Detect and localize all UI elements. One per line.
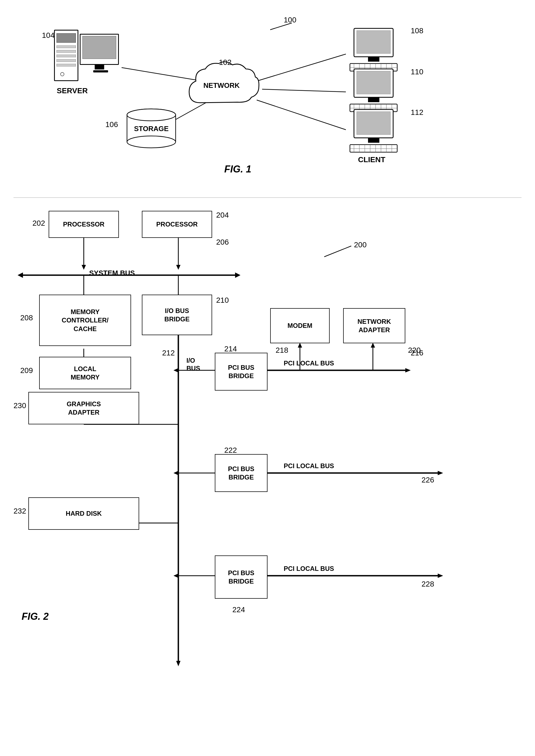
ref-200-label: 200 (354, 241, 367, 249)
ref-110-label: 110 (411, 68, 423, 76)
svg-marker-78 (174, 471, 178, 475)
network-adapter-box: NETWORK ADAPTER (343, 308, 405, 343)
pci-bus-bridge3-box: PCI BUS BRIDGE (215, 555, 268, 599)
svg-marker-60 (235, 273, 240, 278)
svg-marker-71 (405, 368, 411, 372)
ref-206-label: 206 (216, 238, 229, 247)
ref-108-label: 108 (411, 26, 423, 35)
svg-rect-16 (368, 57, 380, 62)
svg-marker-80 (438, 471, 443, 475)
ref-204-label: 204 (216, 211, 229, 219)
svg-marker-83 (174, 573, 178, 578)
ref-104-label: 104 (42, 31, 55, 40)
svg-rect-43 (350, 145, 397, 152)
network-adapter-text: NETWORK ADAPTER (357, 317, 391, 334)
client3-svg (349, 108, 408, 154)
svg-line-4 (257, 100, 346, 130)
divider (14, 197, 521, 198)
svg-rect-41 (357, 112, 390, 134)
ref-232-label: 232 (14, 507, 26, 515)
memory-controller-box: MEMORY CONTROLLER/ CACHE (39, 295, 131, 346)
client3-label: CLIENT (358, 156, 385, 164)
io-bus-label: I/O BUS (186, 357, 200, 372)
ref-209-label: 209 (20, 366, 33, 375)
pci-local-bus3-label: PCI LOCAL BUS (284, 565, 334, 572)
fig2-svg (0, 203, 535, 743)
ref-228-label: 228 (422, 580, 434, 588)
svg-line-53 (324, 246, 351, 257)
fig2-label: FIG. 2 (22, 611, 49, 622)
ref-220-label: 220 (408, 346, 421, 355)
svg-point-12 (127, 109, 176, 121)
processor1-text: PROCESSOR (63, 220, 104, 228)
pci-bus-bridge1-text: PCI BUS BRIDGE (228, 363, 254, 380)
svg-text:STORAGE: STORAGE (134, 125, 169, 133)
svg-point-11 (127, 136, 176, 148)
processor2-text: PROCESSOR (156, 220, 198, 228)
ref-202-label: 202 (32, 219, 45, 228)
graphics-adapter-box: GRAPHICS ADAPTER (28, 392, 139, 424)
ref-102-label: 102 (219, 58, 232, 67)
server-label: SERVER (57, 86, 88, 95)
io-bus-bridge-box: I/O BUS BRIDGE (142, 295, 212, 335)
ref-210-label: 210 (216, 296, 229, 305)
pci-bus-bridge2-text: PCI BUS BRIDGE (228, 465, 254, 481)
memory-controller-text: MEMORY CONTROLLER/ CACHE (62, 307, 108, 333)
modem-box: MODEM (270, 308, 330, 343)
server-group (54, 30, 108, 84)
ref-226-label: 226 (422, 476, 434, 484)
svg-rect-29 (368, 97, 380, 102)
fig1-label: FIG. 1 (224, 163, 251, 175)
pci-local-bus2-label: PCI LOCAL BUS (284, 462, 334, 470)
storage-svg: STORAGE (124, 108, 178, 151)
svg-marker-67 (176, 661, 181, 666)
client2-group (349, 68, 408, 115)
svg-marker-57 (176, 265, 181, 270)
svg-rect-28 (357, 71, 390, 94)
system-bus-label: SYSTEM BUS (89, 269, 135, 277)
storage-group: STORAGE (124, 108, 178, 151)
svg-line-2 (257, 54, 346, 81)
svg-marker-76 (371, 343, 375, 348)
ref-208-label: 208 (20, 313, 33, 322)
pci-bus-bridge1-box: PCI BUS BRIDGE (215, 353, 268, 391)
svg-marker-55 (82, 265, 86, 270)
hard-disk-text: HARD DISK (66, 509, 101, 518)
client1-svg (349, 27, 408, 73)
ref-222-label: 222 (224, 446, 237, 455)
svg-rect-15 (357, 31, 390, 53)
svg-marker-74 (298, 343, 302, 348)
svg-rect-42 (368, 138, 380, 143)
modem-text: MODEM (288, 321, 312, 330)
svg-text:NETWORK: NETWORK (204, 81, 240, 89)
svg-marker-59 (17, 273, 23, 278)
local-memory-text: LOCAL MEMORY (70, 364, 99, 381)
client2-svg (349, 68, 408, 113)
pci-bus-bridge3-text: PCI BUS BRIDGE (228, 569, 254, 585)
diagram-container: 100 (0, 0, 535, 756)
ref-224-label: 224 (232, 605, 245, 614)
ref-214-label: 214 (224, 345, 237, 353)
svg-marker-85 (438, 573, 443, 578)
client3-group (349, 108, 408, 155)
pci-local-bus1-label: PCI LOCAL BUS (284, 360, 334, 367)
processor1-box: PROCESSOR (49, 211, 119, 238)
ref-100-label: 100 (284, 16, 296, 24)
graphics-adapter-text: GRAPHICS ADAPTER (67, 400, 101, 417)
svg-marker-69 (174, 368, 178, 372)
ref-106-label: 106 (105, 120, 118, 129)
client1-group (349, 27, 408, 74)
ref-112-label: 112 (411, 108, 423, 117)
svg-line-3 (262, 89, 346, 92)
processor2-box: PROCESSOR (142, 211, 212, 238)
ref-230-label: 230 (14, 401, 26, 410)
cloud-svg: NETWORK (184, 59, 259, 113)
pci-bus-bridge2-box: PCI BUS BRIDGE (215, 454, 268, 492)
local-memory-box: LOCAL MEMORY (39, 357, 131, 389)
hard-disk-box: HARD DISK (28, 497, 139, 530)
ref-218-label: 218 (276, 346, 288, 355)
fig2-area: 200 PROCESSOR 202 PROCESSOR 204 206 SYST… (0, 203, 535, 743)
fig1-area: 100 (0, 8, 535, 192)
ref-212-label: 212 (162, 349, 175, 357)
io-bus-bridge-text: I/O BUS BRIDGE (164, 306, 189, 323)
